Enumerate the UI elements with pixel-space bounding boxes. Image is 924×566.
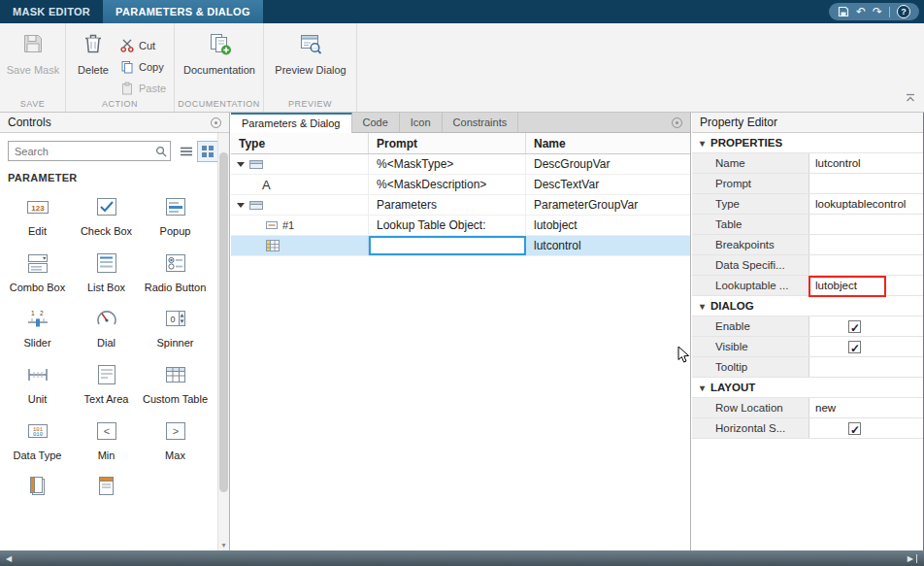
prop-row-row-location[interactable]: Row Location new [692,398,923,418]
prop-row-prompt[interactable]: Prompt [692,174,923,194]
name-cell[interactable]: DescTextVar [526,175,690,194]
tab-constraints[interactable]: Constraints [443,113,519,132]
list-view-icon[interactable] [180,146,193,157]
tree-row-desc-text[interactable]: A %<MaskDescription> DescTextVar [231,175,690,195]
prop-row-visible[interactable]: Visible [692,337,923,357]
grid-view-icon[interactable] [197,141,218,162]
prop-value-tooltip[interactable] [809,357,923,377]
prop-value-table[interactable] [809,215,923,234]
tree-row-desc-group[interactable]: %<MaskType> DescGroupVar [231,154,690,175]
prop-value-breakpoints[interactable] [809,235,923,254]
prop-row-table[interactable]: Table [692,215,923,235]
mask-editor-window: MASK EDITOR PARAMETERS & DIALOG ↶ ↷ ? Sa… [0,0,924,566]
control-min[interactable]: < Min [74,418,140,462]
paste-button[interactable]: Paste [120,80,166,96]
save-icon[interactable] [838,6,849,17]
scroll-down-icon[interactable]: ▾ [218,541,229,549]
collapse-ribbon-icon[interactable] [905,92,916,106]
help-icon[interactable]: ? [897,5,910,18]
control-check-box[interactable]: Check Box [74,194,140,238]
copy-button[interactable]: Copy [120,58,164,75]
control-combo-box[interactable]: Combo Box [5,250,71,294]
prompt-cell-editing[interactable] [369,236,526,255]
property-editor-title: Property Editor [700,116,777,129]
section-layout[interactable]: ▾ LAYOUT [692,378,923,398]
search-icon [155,146,167,157]
control-spinner[interactable]: 0 Spinner [143,306,209,350]
name-cell[interactable]: lutcontrol [526,236,690,255]
prop-row-lookuptable[interactable]: Lookuptable ... lutobject [692,276,923,296]
control-custom-table[interactable]: Custom Table [143,362,209,406]
expander-icon[interactable] [237,203,245,208]
control-popup[interactable]: Popup [143,194,209,238]
prompt-cell[interactable]: %<MaskDescription> [369,175,526,194]
delete-button[interactable]: Delete [70,31,116,76]
save-mask-button[interactable]: Save Mask [2,31,64,76]
control-list-box[interactable]: List Box [74,250,140,294]
combo-box-icon [25,250,50,279]
prop-row-data-specification[interactable]: Data Specifi... [692,255,923,276]
section-dialog[interactable]: ▾ DIALOG [692,296,923,316]
delete-label: Delete [78,64,109,76]
control-container-2[interactable] [74,474,140,502]
expander-icon[interactable] [237,162,245,167]
editor-tabbar: Parameters & Dialog Code Icon Constraint… [231,113,690,133]
prop-row-breakpoints[interactable]: Breakpoints [692,235,923,255]
prop-row-tooltip[interactable]: Tooltip [692,357,923,378]
prop-value-name[interactable]: lutcontrol [809,153,923,173]
preview-dialog-button[interactable]: Preview Dialog [268,31,353,76]
control-radio-button[interactable]: Radio Button [143,250,209,294]
collapse-left-panel-icon[interactable]: ◀ [6,554,12,563]
prop-row-horizontal-stretch[interactable]: Horizontal S... [692,418,923,439]
tab-parameters-and-dialog[interactable]: PARAMETERS & DIALOG [103,0,263,23]
name-cell[interactable]: lutobject [526,216,690,235]
name-cell[interactable]: DescGroupVar [526,154,690,174]
visible-checkbox[interactable] [848,341,861,353]
undo-icon[interactable]: ↶ [856,3,866,20]
prompt-cell[interactable]: Parameters [369,195,526,215]
prop-row-type[interactable]: Type lookuptablecontrol [692,194,923,215]
control-slider[interactable]: 12 Slider [5,306,71,350]
prop-value-lookuptable[interactable]: lutobject [809,276,923,295]
prompt-cell[interactable]: %<MaskType> [369,154,526,174]
tab-icon[interactable]: Icon [400,113,443,132]
column-header-name[interactable]: Name [526,133,690,153]
tab-parameters-dialog[interactable]: Parameters & Dialog [231,113,352,133]
section-properties[interactable]: ▾ PROPERTIES [692,133,923,153]
control-unit[interactable]: Unit [5,362,71,406]
search-input[interactable] [8,141,171,161]
controls-scrollbar[interactable]: ▾ [217,133,229,550]
tab-code[interactable]: Code [352,113,400,132]
prop-value-row-location[interactable]: new [809,398,923,417]
control-text-area[interactable]: Text Area [74,362,140,406]
panel-options-icon[interactable] [672,117,682,128]
control-dial[interactable]: Dial [74,306,140,350]
prop-row-name[interactable]: Name lutcontrol [692,153,923,174]
prop-value-data-specification[interactable] [809,255,923,275]
tree-row-lutcontrol[interactable]: lutcontrol [231,236,690,256]
expand-right-panel-control[interactable]: ▶ [908,554,917,563]
enable-checkbox[interactable] [848,320,861,333]
prompt-cell[interactable]: Lookup Table Object: [369,216,526,235]
tree-row-parameter-group[interactable]: Parameters ParameterGroupVar [231,195,690,216]
scrollbar-thumb[interactable] [219,152,228,492]
control-container-1[interactable] [5,474,71,502]
documentation-button[interactable]: Documentation [177,31,262,76]
prop-row-enable[interactable]: Enable [692,316,923,337]
prop-value-type[interactable]: lookuptablecontrol [809,194,923,214]
control-max[interactable]: > Max [143,418,209,462]
tree-row-lutobject[interactable]: #1 Lookup Table Object: lutobject [231,216,690,236]
name-cell[interactable]: ParameterGroupVar [526,195,690,215]
horizontal-stretch-checkbox[interactable] [848,422,861,435]
control-data-type[interactable]: 101010 Data Type [5,418,71,462]
svg-text:>: > [172,425,178,437]
quick-access-toolbar: ↶ ↷ ? [829,3,919,20]
panel-options-icon[interactable] [211,117,221,128]
tab-mask-editor[interactable]: MASK EDITOR [0,0,103,23]
prop-value-prompt[interactable] [809,174,923,193]
control-edit[interactable]: 123 Edit [5,194,71,238]
column-header-type[interactable]: Type [231,133,369,153]
redo-icon[interactable]: ↷ [873,3,882,20]
cut-button[interactable]: Cut [120,37,155,53]
column-header-prompt[interactable]: Prompt [369,133,526,153]
